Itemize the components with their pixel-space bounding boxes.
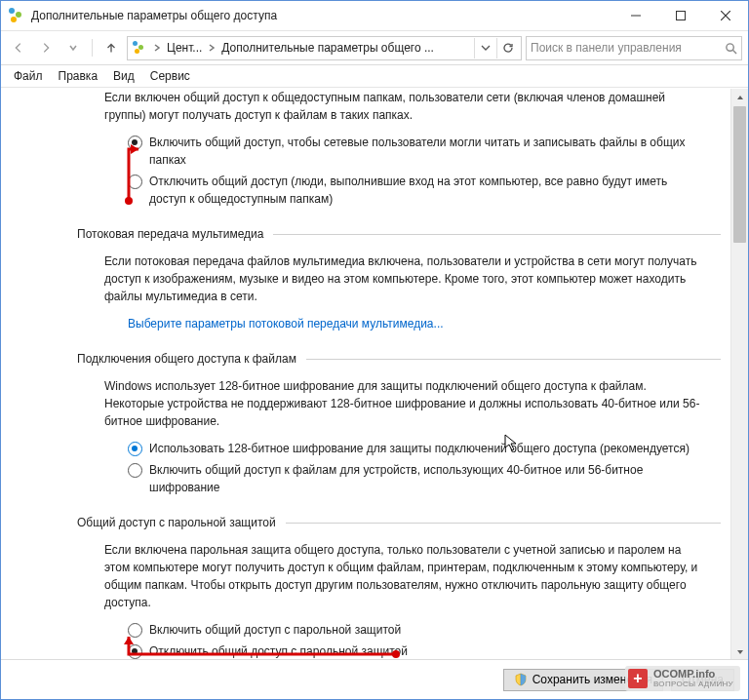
public-folder-description: Если включен общий доступ к общедоступны… <box>30 89 721 124</box>
refresh-button[interactable] <box>496 38 519 58</box>
section-title-media-streaming: Потоковая передача мультимедиа <box>77 227 263 241</box>
radio-label: Включить общий доступ, чтобы сетевые пол… <box>149 134 705 169</box>
shield-icon <box>514 673 528 686</box>
media-streaming-description: Если потоковая передача файлов мультимед… <box>30 253 721 305</box>
chevron-right-icon <box>206 44 217 52</box>
radio-label: Использовать 128-битное шифрование для з… <box>149 440 690 457</box>
radio-icon <box>128 623 142 638</box>
app-icon <box>9 8 24 23</box>
content-pane: Если включен общий доступ к общедоступны… <box>1 89 730 660</box>
vertical-scrollbar[interactable] <box>730 89 748 660</box>
divider <box>286 523 721 524</box>
divider <box>306 359 721 360</box>
radio-icon <box>128 463 142 478</box>
address-bar[interactable]: Цент... Дополнительные параметры общего … <box>127 36 522 60</box>
window: Дополнительные параметры общего доступа … <box>0 0 749 700</box>
close-button[interactable] <box>703 1 748 30</box>
address-dropdown-button[interactable] <box>474 38 496 58</box>
password-protected-description: Если включена парольная защита общего до… <box>30 541 721 611</box>
section-title-file-connections: Подключения общего доступа к файлам <box>77 352 296 366</box>
search-placeholder: Поиск в панели управления <box>531 41 721 55</box>
window-title: Дополнительные параметры общего доступа <box>31 9 613 22</box>
watermark-title: OCOMP.info <box>653 669 733 681</box>
radio-label: Включить общий доступ с парольной защито… <box>149 621 401 639</box>
menu-view[interactable]: Вид <box>106 67 141 85</box>
divider <box>273 234 721 235</box>
breadcrumb-item[interactable]: Цент... <box>165 41 204 55</box>
search-input[interactable]: Поиск в панели управления <box>526 36 742 60</box>
minimize-button[interactable] <box>613 1 658 30</box>
radio-label: Включить общий доступ к файлам для устро… <box>149 461 705 496</box>
watermark-subtitle: ВОПРОСЫ АДМИНУ <box>653 681 733 688</box>
media-streaming-options-link[interactable]: Выберите параметры потоковой передачи му… <box>128 317 444 331</box>
nav-back-button[interactable] <box>7 36 30 59</box>
radio-password-on[interactable]: Включить общий доступ с парольной защито… <box>128 621 705 639</box>
plus-icon: + <box>628 669 648 688</box>
radio-icon <box>128 442 142 456</box>
nav-up-button[interactable] <box>99 36 123 59</box>
chevron-right-icon <box>151 44 163 52</box>
radio-icon <box>128 175 142 189</box>
menu-edit[interactable]: Правка <box>52 67 105 85</box>
menu-tools[interactable]: Сервис <box>143 67 197 85</box>
svg-point-1 <box>727 43 733 50</box>
section-title-password-protected: Общий доступ с парольной защитой <box>77 516 276 529</box>
radio-icon <box>128 644 142 659</box>
breadcrumb-item[interactable]: Дополнительные параметры общего ... <box>219 41 436 55</box>
radio-password-off[interactable]: Отключить общий доступ с парольной защит… <box>128 642 705 660</box>
scroll-up-button[interactable] <box>731 89 748 105</box>
titlebar: Дополнительные параметры общего доступа <box>1 1 748 31</box>
encryption-description: Windows использует 128-битное шифрование… <box>30 377 721 430</box>
radio-public-sharing-off[interactable]: Отключить общий доступ (люди, выполнивши… <box>128 173 705 208</box>
scroll-down-button[interactable] <box>731 643 748 660</box>
maximize-button[interactable] <box>658 1 703 30</box>
radio-encryption-40-56[interactable]: Включить общий доступ к файлам для устро… <box>128 461 705 496</box>
svg-rect-0 <box>677 12 686 20</box>
search-icon <box>725 42 737 55</box>
radio-public-sharing-on[interactable]: Включить общий доступ, чтобы сетевые пол… <box>128 134 705 169</box>
watermark: + OCOMP.info ВОПРОСЫ АДМИНУ <box>625 666 740 691</box>
scrollbar-thumb[interactable] <box>733 106 746 243</box>
menu-bar: Файл Правка Вид Сервис <box>1 65 748 88</box>
nav-recent-button[interactable] <box>61 36 85 59</box>
menu-file[interactable]: Файл <box>7 67 50 85</box>
radio-label: Отключить общий доступ (люди, выполнивши… <box>149 173 705 208</box>
radio-encryption-128[interactable]: Использовать 128-битное шифрование для з… <box>128 440 705 457</box>
radio-label: Отключить общий доступ с парольной защит… <box>149 642 408 660</box>
control-panel-icon <box>132 40 147 56</box>
navigation-toolbar: Цент... Дополнительные параметры общего … <box>1 31 748 65</box>
nav-forward-button[interactable] <box>34 36 58 59</box>
radio-icon <box>128 136 142 150</box>
